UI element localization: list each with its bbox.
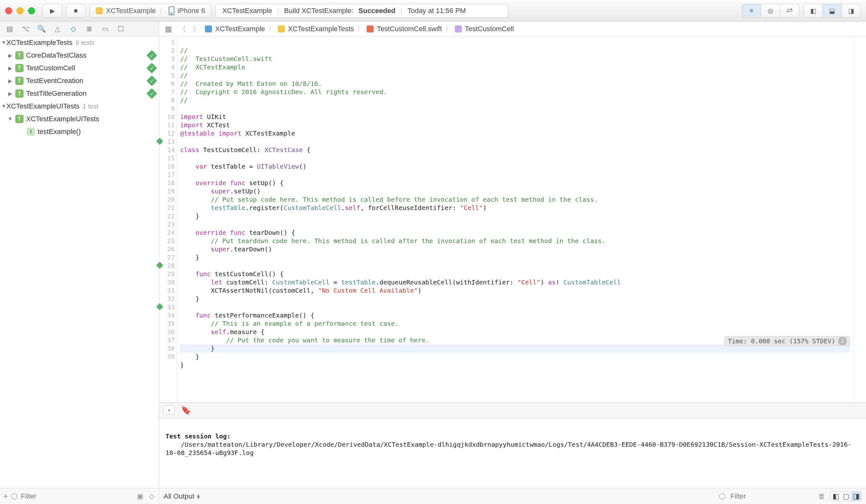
standard-editor-button[interactable]: ≡ [742, 4, 761, 18]
swift-file-icon [367, 25, 374, 32]
console-output[interactable]: Test session log: /Users/matteaton/Libra… [159, 418, 866, 488]
chevron-right-icon: 〉 [445, 24, 452, 33]
tok: dequeueReusableCell [379, 278, 452, 286]
tok: UITableView [257, 163, 299, 170]
tok: testTable [341, 278, 376, 286]
minimize-window-button[interactable] [16, 7, 24, 14]
test-class-row[interactable]: ▼ T XCTestExampleUITests [0, 113, 159, 125]
tok: import [180, 113, 203, 121]
test-bundle-row[interactable]: ▼ XCTestExampleTests 8 tests [0, 36, 159, 49]
breadcrumb-file[interactable]: TestCustomCell.swift [377, 25, 442, 33]
disclosure-triangle-icon[interactable]: ▼ [1, 40, 7, 45]
output-selector-label: All Output [164, 492, 195, 501]
source-control-navigator-icon[interactable]: ⌥ [21, 24, 30, 33]
both-button[interactable]: ▢ [841, 492, 851, 501]
updown-icon: ▲▼ [196, 494, 201, 499]
tok: let [211, 278, 222, 286]
bottom-panel-icon: ⬓ [829, 7, 835, 15]
test-class-icon: T [15, 64, 24, 72]
test-bundle-name: XCTestExampleTests [7, 38, 73, 47]
code-area[interactable]: // // TestCustomCell.swift // XCTestExam… [177, 36, 853, 402]
source-editor[interactable]: 1 2 3 4 5 6 7 8 9 10 11 12 13 14 15 16 1… [159, 36, 853, 402]
test-class-row[interactable]: ▶ T TestCustomCell ✓ [0, 62, 159, 75]
console-only-button[interactable]: ◨ [851, 492, 861, 501]
test-class-row[interactable]: ▶ T TestTitleGeneration ✓ [0, 87, 159, 100]
test-navigator-icon[interactable]: ◇ [69, 24, 78, 33]
code-line: // Created by Matt Eaton on 10/8/16. [180, 80, 322, 88]
breadcrumb-project[interactable]: XCTestExample [215, 25, 265, 33]
disclosure-triangle-icon[interactable]: ▶ [8, 91, 13, 97]
trash-icon[interactable]: 🗑 [818, 492, 825, 501]
add-button[interactable]: + [3, 491, 8, 501]
line-number-gutter: 1 2 3 4 5 6 7 8 9 10 11 12 13 14 15 16 1… [159, 36, 177, 402]
debug-area-toolbar: ▾ 🔖 [159, 402, 866, 418]
tok: self [211, 328, 226, 336]
debug-navigator-icon[interactable]: ≣ [85, 24, 93, 33]
tok: customCell [272, 287, 310, 294]
zoom-window-button[interactable] [28, 7, 35, 14]
code-line: // Copyright © 2016 AgnosticDev. All rig… [180, 88, 387, 96]
console-filter-input[interactable] [730, 492, 813, 501]
code-line: // Put setup code here. This method is c… [180, 196, 598, 203]
test-class-icon: T [15, 89, 24, 98]
test-pass-icon: ✓ [146, 88, 157, 99]
test-class-row[interactable]: ▶ T CoreDataTestClass ✓ [0, 49, 159, 62]
related-items-button[interactable]: ▦ [163, 24, 174, 34]
scope-icon[interactable] [719, 493, 725, 500]
navigator-selector-bar: ▤ ⌥ 🔍 △ ◇ ≣ ▭ ☐ [0, 22, 159, 36]
scheme-selector[interactable]: XCTestExample 〉 iPhone 6 [90, 4, 211, 18]
status-result: Succeeded [358, 7, 395, 15]
assistant-editor-button[interactable]: ◎ [761, 4, 780, 18]
performance-annotation[interactable]: Time: 0.000 sec (157% STDEV)2 [724, 336, 850, 346]
test-class-name: TestCustomCell [26, 64, 75, 72]
pinned-icon[interactable]: ◇ [147, 492, 156, 501]
breadcrumb-group[interactable]: XCTestExampleTests [288, 25, 354, 33]
disclosure-triangle-icon[interactable]: ▼ [8, 116, 13, 122]
project-navigator-icon[interactable]: ▤ [5, 24, 14, 33]
breadcrumb-symbol[interactable]: TestCustomCell [465, 25, 514, 33]
breakpoint-tag-icon[interactable]: 🔖 [181, 405, 191, 415]
navigator-filter-input[interactable] [21, 492, 133, 501]
project-icon [205, 25, 212, 32]
disclosure-triangle-icon[interactable]: ▶ [8, 78, 13, 84]
editor-scrollbar[interactable] [853, 36, 866, 402]
test-class-icon: T [15, 115, 24, 123]
test-pass-icon: ✓ [146, 63, 157, 74]
tok: XCTest [207, 121, 230, 129]
variables-only-button[interactable]: ◧ [831, 492, 841, 501]
tok: class [180, 146, 199, 154]
right-panel-icon: ◨ [848, 7, 854, 15]
report-navigator-icon[interactable]: ☐ [116, 24, 125, 33]
disclosure-triangle-icon[interactable]: ▶ [8, 53, 13, 58]
toggle-utilities-button[interactable]: ◨ [842, 4, 861, 18]
version-editor-button[interactable]: ⮂ [780, 4, 799, 18]
test-method-icon: t [27, 127, 35, 136]
activity-status-bar[interactable]: XCTestExample | Build XCTestExample: Suc… [215, 4, 508, 18]
output-selector[interactable]: All Output ▲▼ [164, 492, 200, 501]
issue-navigator-icon[interactable]: △ [53, 24, 62, 33]
tok: testCustomCell [214, 270, 268, 278]
test-class-row[interactable]: ▶ T TestEventCreation ✓ [0, 75, 159, 87]
scope-icon[interactable] [11, 493, 18, 500]
separator: | [277, 7, 279, 15]
test-bundle-row[interactable]: ▼ XCTestExampleUITests 1 test [0, 100, 159, 113]
find-navigator-icon[interactable]: 🔍 [37, 24, 46, 33]
disclosure-triangle-icon[interactable]: ▼ [1, 103, 7, 109]
test-method-row[interactable]: t testExample() [0, 125, 159, 138]
toggle-navigator-button[interactable]: ◧ [803, 4, 823, 18]
toggle-variables-view-button[interactable]: ▾ [164, 406, 175, 415]
back-button[interactable]: 〈 [177, 24, 188, 34]
disclosure-triangle-icon[interactable]: ▶ [8, 65, 13, 71]
forward-button[interactable]: 〉 [191, 24, 202, 34]
toggle-debug-area-button[interactable]: ⬓ [823, 4, 842, 18]
run-button[interactable]: ▶ [43, 4, 62, 18]
breakpoint-navigator-icon[interactable]: ▭ [101, 24, 110, 33]
stop-icon: ■ [74, 7, 78, 14]
console-filter-bar: All Output ▲▼ 🗑 ◧ ▢ ◨ [159, 488, 866, 504]
tok: setUp [234, 187, 253, 195]
close-window-button[interactable] [5, 7, 12, 14]
tok: as [548, 278, 556, 286]
test-class-name: TestTitleGeneration [26, 89, 87, 98]
stop-button[interactable]: ■ [66, 4, 85, 18]
clock-icon[interactable]: ▣ [136, 492, 144, 501]
